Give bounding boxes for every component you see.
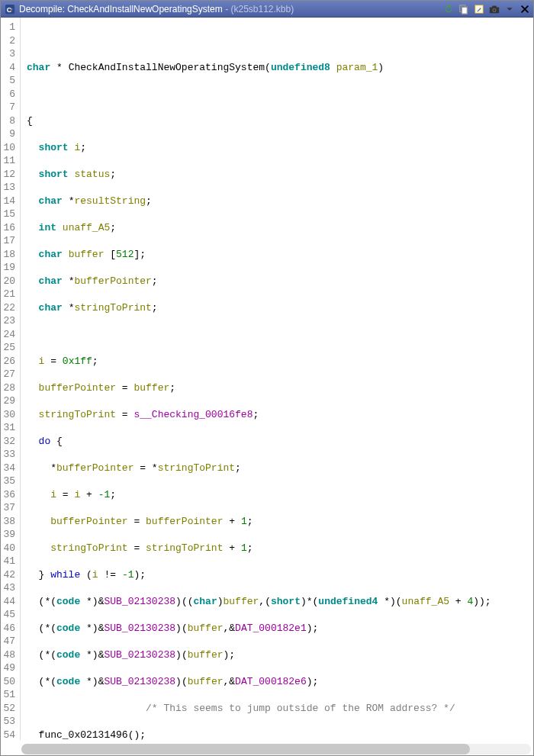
dropdown-icon[interactable] — [504, 4, 515, 14]
close-icon[interactable] — [520, 4, 530, 14]
svg-rect-4 — [462, 7, 467, 14]
app-icon: Cf — [4, 3, 16, 15]
refresh-icon[interactable] — [443, 4, 454, 14]
copy-icon[interactable] — [458, 4, 469, 14]
svg-point-9 — [494, 9, 496, 11]
snapshot-icon[interactable] — [489, 4, 500, 14]
titlebar: Cf Decompile: CheckAndInstallNewOperatin… — [1, 1, 533, 18]
window-title: Decompile: CheckAndInstallNewOperatingSy… — [19, 4, 443, 14]
edit-icon[interactable] — [474, 4, 484, 14]
scrollbar-thumb[interactable] — [21, 744, 470, 754]
svg-rect-7 — [492, 5, 496, 8]
titlebar-actions — [443, 4, 530, 14]
editor-content: 1234567891011121314151617181920212223242… — [1, 18, 533, 740]
code-area[interactable]: char * CheckAndInstallNewOperatingSystem… — [21, 18, 533, 740]
line-gutter: 1234567891011121314151617181920212223242… — [1, 18, 21, 740]
horizontal-scrollbar[interactable] — [21, 744, 531, 754]
